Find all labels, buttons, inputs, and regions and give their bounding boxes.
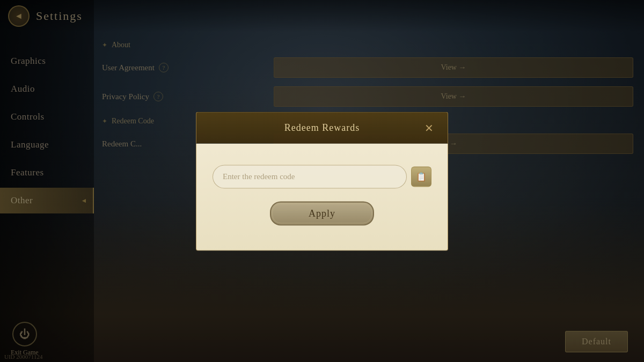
redeem-modal: Redeem Rewards ✕ 📋 Apply: [196, 112, 448, 250]
clipboard-button[interactable]: 📋: [411, 166, 431, 187]
modal-body: 📋 Apply: [196, 143, 448, 250]
redeem-input-row: 📋: [213, 165, 431, 188]
redeem-code-input[interactable]: [213, 165, 407, 188]
modal-close-button[interactable]: ✕: [421, 120, 437, 136]
apply-button[interactable]: Apply: [270, 201, 374, 225]
modal-title: Redeem Rewards: [223, 122, 421, 134]
modal-header: Redeem Rewards ✕: [196, 112, 448, 143]
